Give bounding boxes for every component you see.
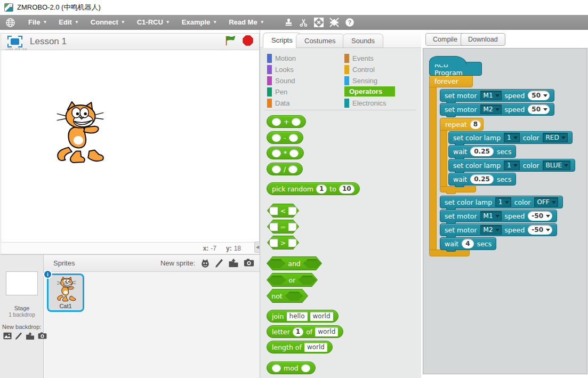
wait-input[interactable]: 0.25 <box>470 147 494 156</box>
sprite-tile-cat1[interactable]: i Cat1 <box>47 274 84 312</box>
block-or[interactable]: or <box>267 273 318 287</box>
motor-port-dropdown[interactable]: M2 <box>480 104 502 114</box>
menu-connect[interactable]: Connect▼ <box>85 15 131 30</box>
speed-input[interactable]: 50 <box>528 104 550 114</box>
value-slot[interactable] <box>270 223 278 231</box>
category-events[interactable]: Events <box>344 53 374 63</box>
menu-edit[interactable]: Edit▼ <box>53 15 84 30</box>
number-slot[interactable] <box>301 364 310 372</box>
block-equals[interactable]: = <box>267 220 299 234</box>
string-input[interactable]: world <box>315 327 338 336</box>
block-wait-secs[interactable]: wait 4 secs <box>440 237 496 250</box>
number-slot[interactable] <box>272 364 281 372</box>
motor-port-dropdown[interactable]: M2 <box>480 225 502 235</box>
fullscreen-icon[interactable] <box>7 36 22 47</box>
repeat-count-input[interactable]: 8 <box>470 120 481 129</box>
number-input[interactable]: 1 <box>293 327 303 336</box>
block-letter-of[interactable]: letter 1 of world <box>267 325 343 338</box>
menu-read-me[interactable]: Read Me▼ <box>223 15 270 30</box>
number-slot[interactable] <box>289 134 298 142</box>
number-slot[interactable] <box>272 165 281 173</box>
number-slot[interactable] <box>272 149 281 157</box>
block-mod[interactable]: mod <box>267 361 316 374</box>
help-icon[interactable]: ? <box>345 18 355 27</box>
block-add[interactable]: + <box>267 115 306 128</box>
sprite-info-icon[interactable]: i <box>43 270 52 279</box>
speed-input[interactable]: -50 <box>528 211 552 221</box>
speed-input[interactable]: 50 <box>528 91 550 100</box>
block-wait-secs[interactable]: wait 0.25 secs <box>448 173 516 186</box>
download-button[interactable]: Download <box>461 33 505 46</box>
wait-input[interactable]: 4 <box>462 239 473 248</box>
block-rcu-program-hat[interactable]: RCU Program <box>429 62 482 76</box>
lamp-port-dropdown[interactable]: 1 <box>504 160 520 170</box>
speed-input[interactable]: -50 <box>528 225 552 235</box>
block-subtract[interactable]: - <box>267 131 303 144</box>
value-slot[interactable] <box>288 223 296 231</box>
number-slot[interactable] <box>288 165 297 173</box>
category-data[interactable]: Data <box>267 98 289 108</box>
string-input[interactable]: world <box>310 312 333 321</box>
paintbrush-icon[interactable] <box>215 259 223 268</box>
number-slot[interactable] <box>289 149 299 157</box>
block-set-color-lamp-off[interactable]: set color lamp 1 color OFF <box>440 196 563 208</box>
stop-button[interactable] <box>242 35 254 49</box>
category-sound[interactable]: Sound <box>267 76 295 86</box>
block-set-motor-m2-reverse[interactable]: set motor M2 speed -50 <box>440 223 557 236</box>
shrink-icon[interactable] <box>329 18 339 27</box>
green-flag-button[interactable] <box>224 35 237 49</box>
number-input[interactable]: 1 <box>316 184 327 194</box>
value-slot[interactable] <box>270 239 278 247</box>
lamp-color-dropdown[interactable]: BLUE <box>543 160 571 170</box>
lamp-color-dropdown[interactable]: OFF <box>534 197 558 207</box>
block-join[interactable]: join hello world <box>267 310 339 323</box>
block-repeat-arm[interactable] <box>440 130 447 187</box>
block-greater-than[interactable]: > <box>267 236 299 250</box>
block-set-motor-m1-reverse[interactable]: set motor M1 speed -50 <box>440 210 557 222</box>
value-slot[interactable] <box>288 207 296 215</box>
block-set-color-lamp-red[interactable]: set color lamp 1 color RED <box>448 131 573 144</box>
block-forever-arm[interactable] <box>429 87 437 250</box>
camera-icon[interactable] <box>38 332 47 340</box>
language-globe-icon[interactable] <box>4 17 16 28</box>
string-input[interactable]: hello <box>287 312 308 321</box>
tab-sounds[interactable]: Sounds <box>343 34 383 48</box>
motor-port-dropdown[interactable]: M1 <box>480 91 502 100</box>
block-set-motor-m2[interactable]: set motor M2 speed 50 <box>440 103 554 116</box>
tab-scripts[interactable]: Scripts <box>263 33 301 48</box>
lamp-port-dropdown[interactable]: 1 <box>495 197 511 207</box>
value-slot[interactable] <box>288 239 296 247</box>
block-and[interactable]: and <box>267 256 322 270</box>
block-not[interactable]: not <box>267 289 308 303</box>
script-canvas[interactable]: RCU Program forever set motor M1 speed 5… <box>423 48 587 374</box>
boolean-slot[interactable] <box>298 276 316 285</box>
wait-input[interactable]: 0.25 <box>470 174 494 184</box>
block-set-color-lamp-blue[interactable]: set color lamp 1 color BLUE <box>448 159 575 172</box>
number-slot[interactable] <box>272 118 281 126</box>
number-slot[interactable] <box>292 118 301 126</box>
upload-icon[interactable] <box>228 259 239 268</box>
block-less-than[interactable]: < <box>267 204 299 218</box>
string-input[interactable]: world <box>304 343 327 352</box>
block-set-motor-m1[interactable]: set motor M1 speed 50 <box>440 89 554 102</box>
block-length-of[interactable]: length of world <box>267 341 333 353</box>
block-pick-random[interactable]: pick random 1 to 10 <box>267 182 360 195</box>
boolean-slot[interactable] <box>303 259 321 268</box>
scissors-icon[interactable] <box>299 18 308 27</box>
category-electronics[interactable]: Electronics <box>344 98 386 108</box>
camera-icon[interactable] <box>244 259 254 268</box>
category-control[interactable]: Control <box>344 65 375 75</box>
menu-example[interactable]: Example▼ <box>176 15 223 30</box>
boolean-slot[interactable] <box>285 292 303 301</box>
sprite-library-icon[interactable] <box>200 259 210 268</box>
category-motion[interactable]: Motion <box>267 53 296 63</box>
block-multiply[interactable]: * <box>267 147 304 159</box>
category-pen[interactable]: Pen <box>267 87 287 97</box>
boolean-slot[interactable] <box>268 276 286 285</box>
motor-port-dropdown[interactable]: M1 <box>480 211 502 221</box>
upload-icon[interactable] <box>26 332 35 340</box>
block-wait-secs[interactable]: wait 0.25 secs <box>448 145 516 158</box>
cat-sprite-on-stage[interactable] <box>45 101 114 165</box>
number-input[interactable]: 10 <box>339 184 355 194</box>
picture-library-icon[interactable] <box>3 332 12 340</box>
